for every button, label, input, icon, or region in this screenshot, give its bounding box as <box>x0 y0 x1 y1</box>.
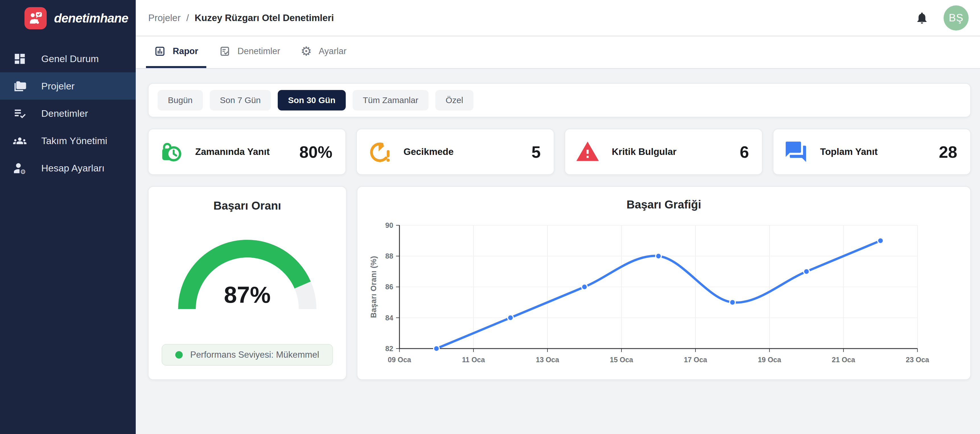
tab-rapor[interactable]: Rapor <box>146 37 206 68</box>
sidebar-item-label: Genel Durum <box>41 53 99 64</box>
filter-son-7-gun[interactable]: Son 7 Gün <box>210 90 271 110</box>
stat-value: 5 <box>531 142 541 161</box>
critical-warning-icon <box>575 140 600 164</box>
breadcrumb-separator: / <box>186 13 189 23</box>
svg-text:⚙: ⚙ <box>20 168 26 175</box>
late-clock-alert-icon <box>367 140 391 164</box>
stats-row: Zamanında Yanıt 80% Gecikmede 5 <box>148 129 971 175</box>
success-graph-card: Başarı Grafiği 09 Oca11 Oca13 Oca15 Oca1… <box>357 186 971 380</box>
charts-row: Başarı Oranı 87% Performans Seviyesi: Mü… <box>148 186 971 380</box>
filter-ozel[interactable]: Özel <box>435 90 474 110</box>
topbar-actions: BŞ <box>915 5 969 30</box>
line-chart-title: Başarı Grafiği <box>627 198 701 211</box>
brand-logo[interactable]: denetimhane <box>0 0 136 37</box>
breadcrumb-current: Kuzey Rüzgarı Otel Denetimleri <box>195 13 334 23</box>
success-rate-card: Başarı Oranı 87% Performans Seviyesi: Mü… <box>148 186 347 380</box>
tab-label: Ayarlar <box>319 46 347 56</box>
avatar[interactable]: BŞ <box>943 5 969 30</box>
stat-value: 80% <box>299 142 332 161</box>
sidebar-item-genel-durum[interactable]: Genel Durum <box>0 45 136 72</box>
account-gear-icon: ⚙ <box>13 161 27 175</box>
report-chart-icon <box>154 45 166 57</box>
svg-text:88: 88 <box>385 252 393 260</box>
audit-clipboard-icon <box>219 45 231 57</box>
performance-badge-label: Performans Seviyesi: Mükemmel <box>190 350 319 360</box>
stat-label: Gecikmede <box>404 146 453 157</box>
sidebar: denetimhane Genel Durum Projeler Denetim… <box>0 0 136 434</box>
svg-text:90: 90 <box>385 221 393 229</box>
sidebar-item-takim-yonetimi[interactable]: Takım Yönetimi <box>0 127 136 154</box>
sidebar-item-hesap-ayarlari[interactable]: ⚙ Hesap Ayarları <box>0 154 136 182</box>
stat-card-zamaninda-yanit: Zamanında Yanıt 80% <box>148 129 346 175</box>
tab-denetimler[interactable]: Denetimler <box>211 37 288 68</box>
svg-text:17 Oca: 17 Oca <box>684 356 707 364</box>
sidebar-item-label: Takım Yönetimi <box>41 135 107 146</box>
audit-list-check-icon <box>13 107 27 120</box>
sidebar-nav: Genel Durum Projeler Denetimler Takım Yö… <box>0 45 136 182</box>
svg-text:21 Oca: 21 Oca <box>832 356 855 364</box>
brand-name: denetimhane <box>54 11 128 26</box>
performance-badge: Performans Seviyesi: Mükemmel <box>162 344 332 365</box>
gauge-title: Başarı Oranı <box>213 199 281 212</box>
settings-gear-icon: ⚙ <box>301 45 312 57</box>
sidebar-item-denetimler[interactable]: Denetimler <box>0 100 136 127</box>
filter-tum-zamanlar[interactable]: Tüm Zamanlar <box>353 90 428 110</box>
svg-text:86: 86 <box>385 283 393 291</box>
date-filter-card: Bugün Son 7 Gün Son 30 Gün Tüm Zamanlar … <box>148 83 971 117</box>
success-line-chart: 09 Oca11 Oca13 Oca15 Oca17 Oca19 Oca21 O… <box>368 215 960 371</box>
stat-card-kritik-bulgular: Kritik Bulgular 6 <box>565 129 763 175</box>
on-time-clock-icon <box>159 140 183 164</box>
total-responses-chat-icon <box>784 140 808 164</box>
stat-label: Toplam Yanıt <box>820 146 878 157</box>
main-column: Projeler / Kuzey Rüzgarı Otel Denetimler… <box>136 0 980 434</box>
svg-text:09 Oca: 09 Oca <box>388 356 412 364</box>
bell-icon[interactable] <box>915 11 929 25</box>
svg-text:87%: 87% <box>224 282 270 308</box>
svg-text:15 Oca: 15 Oca <box>610 356 633 364</box>
filter-son-30-gun[interactable]: Son 30 Gün <box>278 90 346 110</box>
sidebar-item-label: Hesap Ayarları <box>41 163 105 174</box>
svg-text:84: 84 <box>385 314 393 322</box>
tab-label: Rapor <box>173 46 198 56</box>
stat-value: 6 <box>740 142 749 161</box>
svg-text:19 Oca: 19 Oca <box>758 356 781 364</box>
breadcrumb: Projeler / Kuzey Rüzgarı Otel Denetimler… <box>148 13 334 23</box>
success-rate-gauge: 87% <box>173 229 321 314</box>
tabbar: Rapor Denetimler ⚙ Ayarlar <box>136 37 980 69</box>
content: Bugün Son 7 Gün Son 30 Gün Tüm Zamanlar … <box>136 69 980 434</box>
sidebar-item-label: Projeler <box>41 81 75 92</box>
svg-text:11 Oca: 11 Oca <box>462 356 485 364</box>
filter-bugun[interactable]: Bugün <box>158 90 203 110</box>
stat-value: 28 <box>939 142 957 161</box>
svg-text:82: 82 <box>385 345 393 353</box>
breadcrumb-parent[interactable]: Projeler <box>148 13 181 23</box>
stat-label: Kritik Bulgular <box>612 146 676 157</box>
svg-text:23 Oca: 23 Oca <box>906 356 929 364</box>
dashboard-icon <box>13 52 27 65</box>
stat-card-gecikmede: Gecikmede 5 <box>356 129 554 175</box>
tab-ayarlar[interactable]: ⚙ Ayarlar <box>293 37 354 68</box>
sidebar-item-projeler[interactable]: Projeler <box>0 72 136 100</box>
stat-card-toplam-yanit: Toplam Yanıt 28 <box>773 129 971 175</box>
team-icon <box>13 134 27 147</box>
topbar: Projeler / Kuzey Rüzgarı Otel Denetimler… <box>136 0 980 37</box>
tab-label: Denetimler <box>238 46 280 56</box>
folder-icon <box>13 80 27 93</box>
svg-text:Başarı Oranı (%): Başarı Oranı (%) <box>369 256 378 318</box>
svg-text:13 Oca: 13 Oca <box>536 356 560 364</box>
auditor-person-check-icon <box>24 7 47 29</box>
stat-label: Zamanında Yanıt <box>195 146 270 157</box>
performance-dot-icon <box>175 351 183 359</box>
sidebar-item-label: Denetimler <box>41 108 88 119</box>
